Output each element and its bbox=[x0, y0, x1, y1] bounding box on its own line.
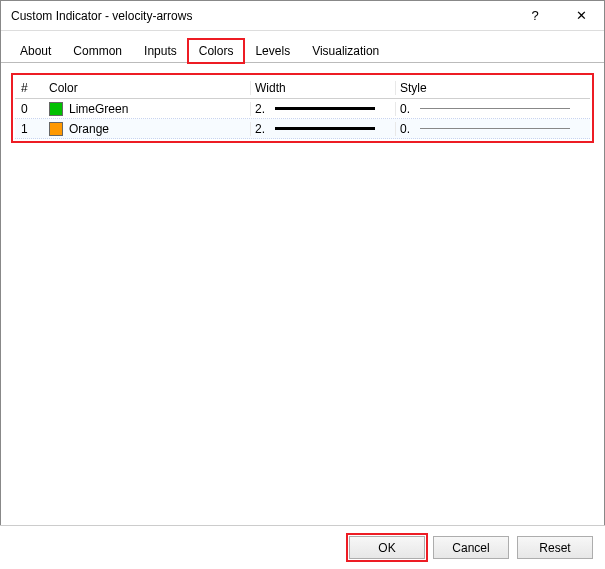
reset-button[interactable]: Reset bbox=[517, 536, 593, 559]
width-value: 2. bbox=[255, 102, 269, 116]
header-index: # bbox=[15, 81, 45, 95]
color-name: LimeGreen bbox=[69, 102, 128, 116]
tab-inputs[interactable]: Inputs bbox=[133, 39, 188, 63]
color-swatch-icon bbox=[49, 102, 63, 116]
content-area: # Color Width Style 0 LimeGreen 2. bbox=[1, 63, 604, 153]
cancel-button[interactable]: Cancel bbox=[433, 536, 509, 559]
tab-strip: About Common Inputs Colors Levels Visual… bbox=[1, 31, 604, 63]
row-index: 1 bbox=[15, 122, 45, 136]
width-cell[interactable]: 2. bbox=[250, 102, 395, 116]
width-cell[interactable]: 2. bbox=[250, 122, 395, 136]
width-sample-icon bbox=[275, 127, 375, 130]
table-header: # Color Width Style bbox=[15, 77, 590, 99]
color-swatch-icon bbox=[49, 122, 63, 136]
close-button[interactable]: ✕ bbox=[558, 1, 604, 31]
color-name: Orange bbox=[69, 122, 109, 136]
header-width: Width bbox=[250, 81, 395, 95]
window-title: Custom Indicator - velocity-arrows bbox=[11, 9, 512, 23]
style-value: 0. bbox=[400, 122, 414, 136]
titlebar: Custom Indicator - velocity-arrows ? ✕ bbox=[1, 1, 604, 31]
style-cell[interactable]: 0. bbox=[395, 122, 590, 136]
row-index: 0 bbox=[15, 102, 45, 116]
tab-common[interactable]: Common bbox=[62, 39, 133, 63]
colors-table: # Color Width Style 0 LimeGreen 2. bbox=[11, 73, 594, 143]
color-cell[interactable]: LimeGreen bbox=[45, 102, 250, 116]
width-sample-icon bbox=[275, 107, 375, 110]
tab-levels[interactable]: Levels bbox=[244, 39, 301, 63]
header-color: Color bbox=[45, 81, 250, 95]
tab-visualization[interactable]: Visualization bbox=[301, 39, 390, 63]
style-value: 0. bbox=[400, 102, 414, 116]
ok-button[interactable]: OK bbox=[349, 536, 425, 559]
tab-colors[interactable]: Colors bbox=[188, 39, 245, 63]
tab-about[interactable]: About bbox=[9, 39, 62, 63]
style-sample-icon bbox=[420, 128, 570, 129]
help-button[interactable]: ? bbox=[512, 1, 558, 31]
table-row[interactable]: 0 LimeGreen 2. 0. bbox=[15, 99, 590, 119]
color-cell[interactable]: Orange bbox=[45, 122, 250, 136]
style-sample-icon bbox=[420, 108, 570, 109]
table-row[interactable]: 1 Orange 2. 0. bbox=[15, 119, 590, 139]
style-cell[interactable]: 0. bbox=[395, 102, 590, 116]
width-value: 2. bbox=[255, 122, 269, 136]
footer: OK Cancel Reset bbox=[0, 525, 605, 569]
header-style: Style bbox=[395, 81, 590, 95]
